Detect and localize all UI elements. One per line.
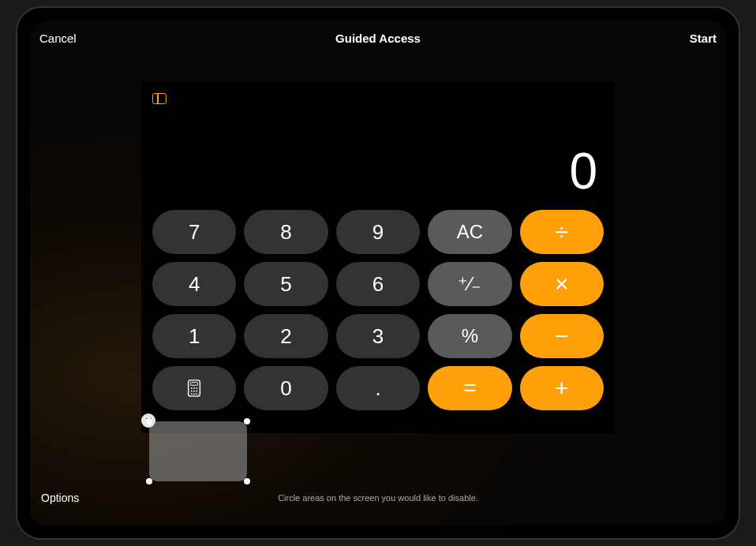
page-title: Guided Access (335, 32, 421, 45)
options-button[interactable]: Options (41, 492, 79, 504)
key-multiply[interactable]: × (520, 262, 604, 306)
footer-bar: Options Circle areas on the screen you w… (30, 482, 726, 514)
start-button[interactable]: Start (690, 32, 717, 45)
key-3[interactable]: 3 (336, 314, 420, 358)
svg-point-4 (196, 387, 197, 389)
key-plus-minus[interactable]: ⁺⁄₋ (428, 262, 511, 306)
key-calculator-mode[interactable] (152, 366, 236, 410)
calculator-keypad: 7 8 9 AC ÷ 4 5 6 ⁺⁄₋ × 1 2 3 % − (152, 210, 604, 410)
key-equals[interactable]: = (428, 366, 511, 410)
svg-point-3 (193, 387, 195, 389)
key-1[interactable]: 1 (152, 314, 236, 358)
svg-point-7 (196, 391, 197, 392)
svg-point-8 (191, 393, 193, 395)
key-9[interactable]: 9 (336, 210, 420, 254)
app-preview[interactable]: 0 7 8 9 AC ÷ 4 5 6 ⁺⁄₋ × 1 2 3 % − (141, 82, 615, 433)
display-value: 0 (569, 142, 597, 200)
calculator-icon (186, 379, 202, 398)
svg-point-9 (193, 393, 195, 395)
key-4[interactable]: 4 (152, 262, 236, 306)
key-all-clear[interactable]: AC (428, 210, 511, 254)
disabled-region[interactable]: ✕ (149, 421, 247, 481)
sidebar-toggle-icon (152, 93, 167, 104)
header-bar: Cancel Guided Access Start (30, 21, 726, 55)
svg-rect-1 (191, 383, 198, 386)
key-5[interactable]: 5 (244, 262, 327, 306)
cancel-button[interactable]: Cancel (39, 32, 77, 45)
svg-point-10 (196, 393, 197, 395)
svg-point-5 (191, 391, 193, 392)
key-percent[interactable]: % (428, 314, 511, 358)
svg-point-2 (191, 387, 193, 389)
key-8[interactable]: 8 (244, 210, 327, 254)
key-minus[interactable]: − (520, 314, 604, 358)
screen: Cancel Guided Access Start 0 7 8 9 AC ÷ … (30, 21, 726, 525)
key-divide[interactable]: ÷ (520, 210, 604, 254)
key-2[interactable]: 2 (244, 314, 327, 358)
resize-handle-top-left[interactable] (146, 418, 152, 424)
key-decimal[interactable]: . (336, 366, 420, 410)
key-6[interactable]: 6 (336, 262, 420, 306)
ipad-frame: Cancel Guided Access Start 0 7 8 9 AC ÷ … (16, 6, 740, 540)
key-7[interactable]: 7 (152, 210, 236, 254)
resize-handle-top-right[interactable] (244, 418, 250, 424)
svg-point-6 (193, 391, 195, 392)
key-0[interactable]: 0 (244, 366, 327, 410)
calculator-display: 0 (141, 114, 597, 208)
footer-hint-text: Circle areas on the screen you would lik… (278, 493, 478, 503)
key-plus[interactable]: + (520, 366, 604, 410)
